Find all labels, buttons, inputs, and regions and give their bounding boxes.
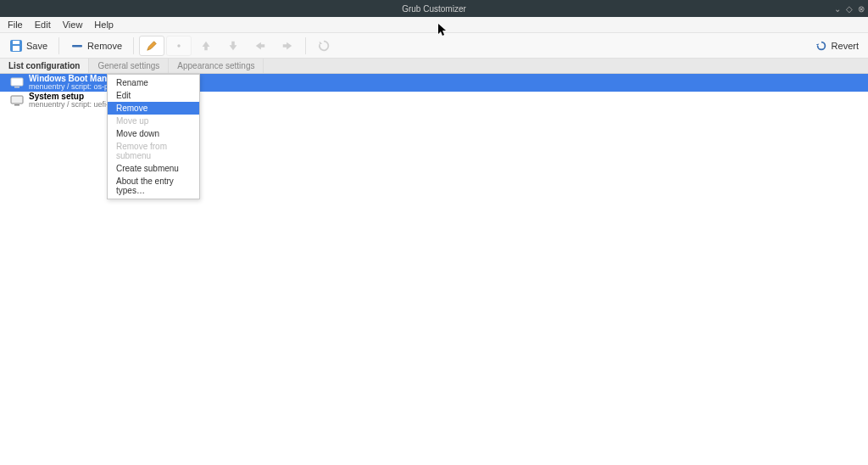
refresh-button[interactable]: [311, 36, 337, 56]
ctx-edit[interactable]: Edit: [108, 89, 199, 102]
ctx-move-down[interactable]: Move down: [108, 127, 199, 140]
toolbar-separator: [58, 37, 59, 54]
svg-rect-7: [11, 96, 23, 104]
arrow-up-icon: [199, 39, 213, 53]
maximize-icon[interactable]: ◇: [846, 4, 853, 14]
revert-label: Revert: [832, 41, 859, 51]
tab-general-settings[interactable]: General settings: [89, 59, 169, 73]
menu-file[interactable]: File: [2, 18, 29, 31]
move-left-button[interactable]: [248, 36, 273, 56]
edit-entry-button[interactable]: [139, 36, 164, 56]
tab-list-configuration[interactable]: List configuration: [0, 59, 89, 73]
toolbar: Save Remove: [0, 33, 868, 59]
save-label: Save: [26, 41, 47, 51]
plus-small-icon: [172, 39, 186, 53]
os-entry-icon: [10, 76, 24, 89]
toolbar-separator: [133, 37, 134, 54]
window-controls: ⌄ ◇ ⊗: [834, 0, 865, 17]
save-button[interactable]: Save: [3, 36, 53, 56]
ctx-about-entry-types[interactable]: About the entry types…: [108, 175, 199, 197]
menu-view[interactable]: View: [57, 18, 89, 31]
ctx-rename[interactable]: Rename: [108, 76, 199, 89]
minimize-icon[interactable]: ⌄: [834, 4, 841, 14]
new-entry-button[interactable]: [166, 36, 192, 56]
revert-icon: [815, 39, 828, 53]
ctx-create-submenu[interactable]: Create submenu: [108, 162, 199, 175]
window-title: Grub Customizer: [0, 4, 868, 14]
revert-button[interactable]: Revert: [809, 36, 865, 56]
svg-rect-3: [72, 45, 82, 48]
context-menu: Rename Edit Remove Move up Move down Rem…: [107, 74, 200, 199]
menu-help[interactable]: Help: [88, 18, 120, 31]
minus-icon: [70, 39, 84, 53]
save-icon: [9, 39, 23, 53]
os-entry-icon: [10, 93, 24, 107]
toolbar-separator: [305, 37, 306, 54]
menubar: File Edit View Help: [0, 17, 868, 33]
remove-button[interactable]: Remove: [64, 36, 128, 56]
close-icon[interactable]: ⊗: [858, 4, 865, 14]
ctx-remove-from-submenu: Remove from submenu: [108, 140, 199, 162]
content-area: Windows Boot Manager (on /dev/sdb2) menu…: [0, 74, 868, 465]
ctx-move-up: Move up: [108, 115, 199, 127]
arrow-right-icon: [281, 39, 294, 53]
svg-rect-6: [14, 87, 19, 88]
move-down-button[interactable]: [220, 36, 246, 56]
titlebar: Grub Customizer ⌄ ◇ ⊗: [0, 0, 868, 17]
ctx-remove[interactable]: Remove: [108, 102, 199, 115]
tabs: List configuration General settings Appe…: [0, 59, 868, 74]
svg-point-4: [177, 44, 180, 47]
svg-rect-1: [13, 41, 19, 44]
svg-rect-5: [11, 78, 23, 86]
svg-rect-8: [14, 104, 19, 106]
refresh-icon: [317, 39, 331, 53]
remove-label: Remove: [87, 41, 122, 51]
svg-rect-2: [13, 46, 19, 51]
move-right-button[interactable]: [275, 36, 300, 56]
arrow-left-icon: [253, 39, 267, 53]
pencil-icon: [145, 39, 159, 53]
menu-edit[interactable]: Edit: [29, 18, 57, 31]
tab-appearance-settings[interactable]: Appearance settings: [169, 59, 264, 73]
arrow-down-icon: [226, 39, 240, 53]
move-up-button[interactable]: [193, 36, 219, 56]
